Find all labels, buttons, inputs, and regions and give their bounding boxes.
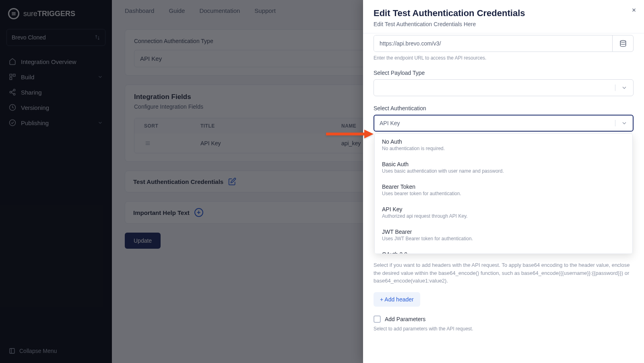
auth-select[interactable]: API Key No Auth No authentication is req… [374,115,634,132]
close-icon[interactable] [631,7,637,13]
headers-help-text: Select if you want to add headers with t… [374,261,634,285]
endpoint-input-group [374,35,634,52]
chevron-down-icon [615,85,627,91]
auth-label: Select Authentication [374,105,634,111]
add-params-label: Add Parameters [385,316,425,322]
add-params-checkbox[interactable] [374,316,381,323]
auth-option-jwt-bearer[interactable]: JWT Bearer Uses JWT Bearer token for aut… [375,224,632,246]
payload-label: Select Payload Type [374,70,634,76]
auth-option-basic-auth[interactable]: Basic Auth Uses basic authentication wit… [375,156,632,179]
auth-option-bearer-token[interactable]: Bearer Token Uses bearer token for authe… [375,179,632,201]
auth-option-oauth[interactable]: OAuth 2.0 [375,246,632,254]
svg-marker-22 [364,130,374,138]
chevron-down-icon [615,120,627,126]
add-params-help: Select to add parameters with the API re… [374,326,634,332]
auth-option-no-auth[interactable]: No Auth No authentication is required. [375,134,632,156]
annotation-arrow [326,129,374,139]
drawer-title: Edit Test Authentication Credentials [374,8,634,19]
endpoint-help: Enter the endpoint URL to access the API… [374,55,634,61]
auth-option-api-key[interactable]: API Key Authorized api request through A… [375,201,632,224]
drawer-subtitle: Edit Test Authentication Credentials Her… [374,21,634,27]
database-icon[interactable] [612,35,633,52]
add-parameters-row[interactable]: Add Parameters [374,316,634,323]
add-header-button[interactable]: + Add header [374,292,420,307]
payload-select[interactable] [374,79,634,96]
endpoint-input[interactable] [374,35,612,52]
auth-value: API Key [380,120,400,126]
edit-drawer: Edit Test Authentication Credentials Edi… [363,0,644,363]
auth-dropdown: No Auth No authentication is required. B… [374,133,633,254]
svg-point-20 [620,41,626,43]
